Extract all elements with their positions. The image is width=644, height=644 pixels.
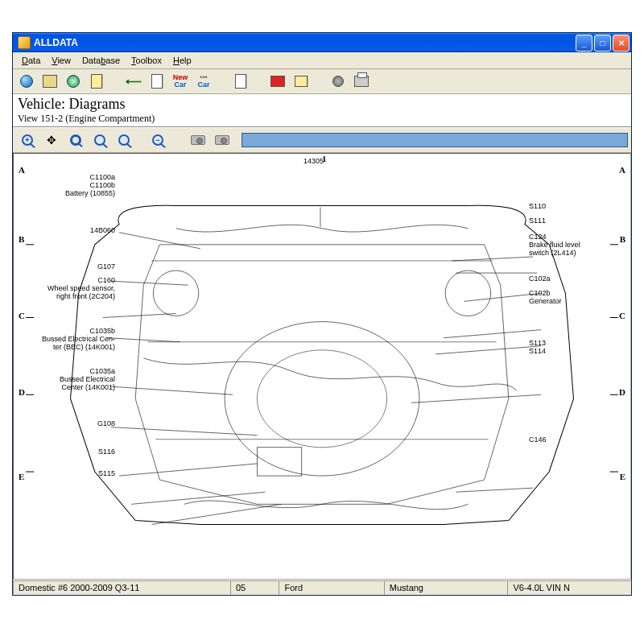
grid-row-a-left: A bbox=[19, 165, 25, 175]
sticky-icon bbox=[295, 76, 308, 87]
grid-row-e-left: E bbox=[19, 472, 24, 481]
doc-button[interactable] bbox=[230, 72, 251, 91]
minimize-button[interactable]: _ bbox=[576, 35, 592, 52]
svg-line-13 bbox=[111, 427, 257, 436]
sticky-button[interactable] bbox=[291, 72, 312, 91]
grid-row-d-right: D bbox=[619, 387, 625, 397]
car-icon: •••Car bbox=[195, 74, 213, 89]
zoom-fit-button[interactable] bbox=[89, 130, 111, 151]
svg-line-16 bbox=[151, 504, 281, 524]
menu-database[interactable]: Database bbox=[76, 54, 126, 67]
arrow-left-icon: ⟵ bbox=[126, 75, 142, 88]
zoom-in-button[interactable]: + bbox=[16, 130, 39, 151]
status-year: 05 bbox=[230, 580, 279, 595]
globe-button[interactable] bbox=[16, 72, 37, 91]
titlebar[interactable]: ALLDATA _ □ ✕ bbox=[13, 33, 631, 52]
status-dataset: Domestic #6 2000-2009 Q3-11 bbox=[13, 580, 230, 595]
toolbar-filler bbox=[242, 133, 628, 147]
folder-button[interactable] bbox=[39, 72, 60, 91]
grid-row-a-right: A bbox=[619, 165, 625, 175]
grid-row-c-left: C bbox=[19, 311, 25, 320]
case-icon bbox=[270, 76, 285, 87]
svg-line-10 bbox=[103, 313, 176, 317]
svg-line-15 bbox=[131, 492, 265, 504]
close-button[interactable]: ✕ bbox=[613, 35, 630, 52]
back-button[interactable]: ⟵ bbox=[123, 72, 144, 91]
camera-icon-2 bbox=[215, 135, 229, 145]
svg-line-8 bbox=[119, 233, 200, 249]
callout-right-0: S110 bbox=[529, 202, 546, 210]
menu-database-label: ase bbox=[105, 56, 120, 65]
zoom-out-button[interactable]: − bbox=[147, 130, 169, 151]
engine-compartment-diagram: A B C D E A B C D E 1 bbox=[14, 154, 630, 579]
zoom-100-button[interactable] bbox=[64, 130, 87, 151]
svg-line-12 bbox=[111, 386, 233, 394]
callout-left-1: 14B060 bbox=[90, 226, 115, 234]
menu-toolbox[interactable]: Toolbox bbox=[126, 54, 167, 67]
svg-point-7 bbox=[445, 270, 490, 316]
grid-row-b-left: B bbox=[19, 234, 24, 244]
grid-row-e-right: E bbox=[620, 472, 625, 481]
printer-icon bbox=[354, 76, 369, 87]
grid-row-c-right: C bbox=[619, 311, 625, 320]
callout-left-2: G107 bbox=[97, 262, 115, 270]
doc-icon bbox=[235, 74, 246, 89]
callout-14305: 14305 bbox=[303, 157, 324, 165]
callout-left-3: C160Wheel speed sensor,right front (2C20… bbox=[47, 276, 115, 300]
callout-right-1: S111 bbox=[529, 217, 546, 225]
svg-line-21 bbox=[436, 346, 541, 354]
note-button[interactable] bbox=[86, 72, 107, 91]
svg-line-9 bbox=[111, 281, 188, 285]
window-title: ALLDATA bbox=[34, 37, 574, 48]
menu-view-label: iew bbox=[57, 56, 71, 65]
svg-rect-5 bbox=[257, 448, 301, 476]
app-window: ALLDATA _ □ ✕ Data View Database Toolbox… bbox=[12, 32, 632, 596]
folder-icon bbox=[43, 75, 57, 88]
status-model: Mustang bbox=[384, 580, 508, 595]
svg-point-4 bbox=[257, 350, 386, 448]
zoom-fit-icon bbox=[94, 134, 105, 146]
check-button[interactable] bbox=[147, 72, 167, 91]
search-button[interactable] bbox=[63, 72, 84, 91]
car-button[interactable]: •••Car bbox=[193, 72, 214, 91]
menu-data-label: ata bbox=[28, 56, 40, 65]
svg-line-23 bbox=[456, 488, 533, 492]
pan-icon: ✥ bbox=[47, 134, 56, 147]
grid-row-b-right: B bbox=[620, 234, 625, 244]
camera2-button[interactable] bbox=[211, 130, 233, 151]
svg-line-14 bbox=[119, 464, 257, 476]
menu-help[interactable]: Help bbox=[167, 54, 197, 67]
zoom-100-icon bbox=[70, 134, 81, 146]
case-button[interactable] bbox=[267, 72, 288, 91]
callout-right-5: S113S114 bbox=[529, 339, 546, 355]
menu-data[interactable]: Data bbox=[16, 54, 46, 67]
print-button[interactable] bbox=[351, 72, 372, 91]
search-icon bbox=[67, 75, 80, 88]
menubar: Data View Database Toolbox Help bbox=[13, 52, 631, 69]
callout-right-2: C124Brake fluid levelswitch (2L414) bbox=[529, 233, 580, 257]
status-make: Ford bbox=[279, 580, 383, 595]
page-title: Vehicle: Diagrams bbox=[18, 96, 626, 113]
callout-right-6: C146 bbox=[529, 436, 547, 444]
zoom-out-icon: − bbox=[152, 134, 163, 146]
page-subtitle: View 151-2 (Engine Compartment) bbox=[18, 113, 626, 125]
menu-help-label: elp bbox=[180, 56, 192, 65]
statusbar: Domestic #6 2000-2009 Q3-11 05 Ford Must… bbox=[13, 580, 631, 595]
wrench-button[interactable] bbox=[328, 72, 349, 91]
callout-left-8: S115 bbox=[98, 469, 115, 477]
pan-button[interactable]: ✥ bbox=[40, 130, 63, 151]
check-icon bbox=[151, 74, 163, 89]
new-car-icon: NewCar bbox=[171, 74, 189, 89]
menu-view[interactable]: View bbox=[46, 54, 76, 67]
diagram-viewport[interactable]: A B C D E A B C D E 1 bbox=[13, 153, 631, 580]
svg-line-22 bbox=[411, 394, 541, 402]
new-car-button[interactable]: NewCar bbox=[170, 72, 191, 91]
maximize-button[interactable]: □ bbox=[594, 35, 611, 52]
callout-left-7: S116 bbox=[98, 448, 115, 456]
main-toolbar: ⟵ NewCar •••Car bbox=[13, 69, 631, 94]
svg-point-3 bbox=[225, 322, 419, 477]
zoom-region-button[interactable] bbox=[113, 130, 135, 151]
wrench-icon bbox=[332, 76, 344, 87]
camera1-button[interactable] bbox=[187, 130, 209, 151]
callout-left-5: C1035aBussed ElectricalCenter (14K001) bbox=[60, 367, 115, 391]
